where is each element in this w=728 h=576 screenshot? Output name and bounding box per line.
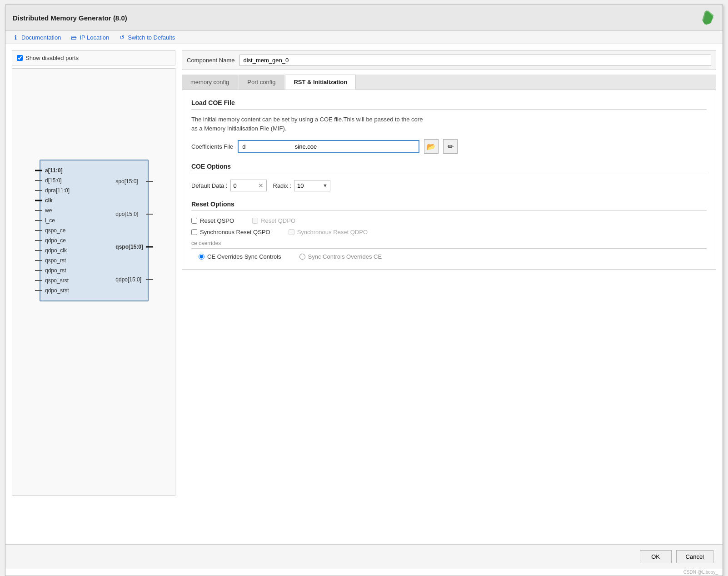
radix-select-wrapper: 10 2 16 ▼ [294, 180, 330, 191]
port-qspo-ce: qspo_ce [43, 227, 67, 234]
port-row-spo: spo[15:0] [114, 178, 145, 185]
reset-qspo-label: Reset QSPO [200, 217, 234, 224]
sync-controls-ce-radio[interactable] [299, 254, 305, 260]
sync-reset-qspo-item: Synchronous Reset QSPO [191, 229, 270, 235]
tab-port-config[interactable]: Port config [239, 75, 284, 90]
default-data-group: Default Data : ✕ [191, 180, 267, 191]
show-ports-bar: Show disabled ports [12, 50, 175, 65]
reset-qspo-checkbox[interactable] [191, 218, 197, 224]
ce-overrides-sync-radio[interactable] [199, 254, 204, 260]
edit-icon: ✏ [448, 142, 454, 151]
default-data-label: Default Data : [191, 182, 228, 189]
left-panel: Show disabled ports a[11:0] [12, 50, 175, 538]
tab-rst-init[interactable]: RST & Initialization [285, 75, 356, 90]
documentation-label: Documentation [21, 34, 61, 41]
port-qspo-srst: qspo_srst [43, 277, 70, 284]
radix-group: Radix : 10 2 16 ▼ [273, 180, 330, 191]
radix-label: Radix : [273, 182, 291, 189]
sync-reset-qdpo-checkbox[interactable] [289, 229, 294, 235]
ce-overrides-radio-row: CE Overrides Sync Controls Sync Controls… [191, 253, 707, 260]
toolbar: ℹ Documentation 🗁 IP Location ↺ Switch t… [5, 31, 723, 44]
ce-overrides-label: ce overrides [191, 240, 707, 249]
component-diagram: a[11:0] d[15:0] dpra[1 [12, 68, 175, 496]
port-clk: clk [43, 197, 55, 204]
coe-options-row: Default Data : ✕ Radix : 10 2 [191, 180, 707, 191]
component-block: a[11:0] d[15:0] dpra[1 [40, 160, 149, 301]
load-coe-title: Load COE File [191, 99, 707, 110]
folder-icon: 🗁 [70, 34, 77, 41]
component-name-row: Component Name [182, 50, 716, 70]
ce-overrides-section: ce overrides CE Overrides Sync Controls … [191, 240, 707, 260]
coefficients-row: Coefficients File 📂 ✏ [191, 139, 707, 154]
sync-reset-qspo-label: Synchronous Reset QSPO [200, 229, 270, 235]
port-d: d[15:0] [43, 177, 64, 184]
default-data-input[interactable] [234, 182, 256, 189]
switch-defaults-label: Switch to Defaults [128, 34, 175, 41]
refresh-icon: ↺ [118, 34, 125, 41]
reset-options-title: Reset Options [191, 200, 707, 211]
window-title: Distributed Memory Generator (8.0) [13, 14, 127, 22]
tabs-bar: memory config Port config RST & Initiali… [182, 75, 716, 90]
cancel-button[interactable]: Cancel [676, 550, 713, 563]
component-name-label: Component Name [187, 57, 235, 64]
ok-button[interactable]: OK [640, 550, 672, 563]
tab-memory-config[interactable]: memory config [182, 75, 238, 90]
tab-content-rst-init: Load COE File The initial memory content… [182, 90, 716, 270]
port-we: we [43, 207, 54, 214]
folder-icon: 📂 [427, 142, 436, 151]
reset-checkboxes-row1: Reset QSPO Reset QDPO [191, 217, 707, 224]
port-row-qdpo: qdpo[15:0] [114, 276, 145, 283]
switch-defaults-button[interactable]: ↺ Switch to Defaults [118, 34, 175, 41]
ce-overrides-sync-item: CE Overrides Sync Controls [199, 253, 281, 260]
right-panel: Component Name memory config Port config… [182, 50, 716, 538]
port-qdpo-clk: qdpo_clk [43, 247, 69, 254]
show-disabled-ports-checkbox[interactable] [17, 55, 23, 61]
coe-options-title: COE Options [191, 163, 707, 173]
port-spo: spo[15:0] [114, 178, 140, 185]
port-qdpo-rst: qdpo_rst [43, 267, 68, 274]
port-qdpo: qdpo[15:0] [114, 276, 143, 283]
ip-location-label: IP Location [80, 34, 109, 41]
info-icon: ℹ [12, 34, 19, 41]
coefficients-file-input[interactable] [238, 140, 419, 153]
browse-file-button[interactable]: 📂 [424, 139, 439, 154]
coeff-label: Coefficients File [191, 143, 233, 150]
component-name-input[interactable] [239, 55, 712, 66]
reset-qdpo-checkbox[interactable] [252, 218, 258, 224]
show-disabled-ports-label[interactable]: Show disabled ports [25, 55, 79, 61]
radix-select[interactable]: 10 2 16 [294, 180, 330, 191]
sync-controls-ce-label: Sync Controls Overrides CE [308, 253, 382, 260]
port-qdpo-srst: qdpo_srst [43, 287, 71, 294]
reset-qspo-item: Reset QSPO [191, 217, 234, 224]
port-row-dpo: dpo[15:0] [114, 211, 145, 217]
reset-options-section: Reset Options Reset QSPO Reset QDPO [191, 200, 707, 235]
port-dpra: dpra[11:0] [43, 187, 71, 194]
port-qdpo-ce: qdpo_ce [43, 237, 68, 244]
port-dpo: dpo[15:0] [114, 211, 140, 217]
watermark: CSDN @Libooy_ [5, 569, 723, 576]
clear-default-data-button[interactable]: ✕ [258, 182, 264, 189]
sync-reset-qspo-checkbox[interactable] [191, 229, 197, 235]
port-lce: l_ce [43, 217, 57, 224]
sync-reset-qdpo-item: Synchronous Reset QDPO [289, 229, 368, 235]
bottom-bar: OK Cancel [5, 544, 723, 569]
reset-qdpo-item: Reset QDPO [252, 217, 295, 224]
sync-reset-qdpo-label: Synchronous Reset QDPO [297, 229, 368, 235]
sync-controls-ce-item: Sync Controls Overrides CE [299, 253, 382, 260]
documentation-button[interactable]: ℹ Documentation [12, 34, 61, 41]
reset-checkboxes-row2: Synchronous Reset QSPO Synchronous Reset… [191, 229, 707, 235]
reset-qdpo-label: Reset QDPO [261, 217, 295, 224]
load-coe-desc: The initial memory content can be set by… [191, 115, 707, 133]
ip-location-button[interactable]: 🗁 IP Location [70, 34, 109, 41]
xilinx-logo [699, 10, 715, 26]
ce-overrides-sync-label: CE Overrides Sync Controls [207, 253, 281, 260]
port-row-qspo: qspo[15:0] [114, 244, 145, 250]
edit-file-button[interactable]: ✏ [443, 139, 458, 154]
port-qspo-rst: qspo_rst [43, 257, 68, 264]
port-qspo: qspo[15:0] [114, 244, 145, 250]
default-data-input-wrapper: ✕ [230, 180, 267, 191]
port-a: a[11:0] [43, 167, 65, 174]
